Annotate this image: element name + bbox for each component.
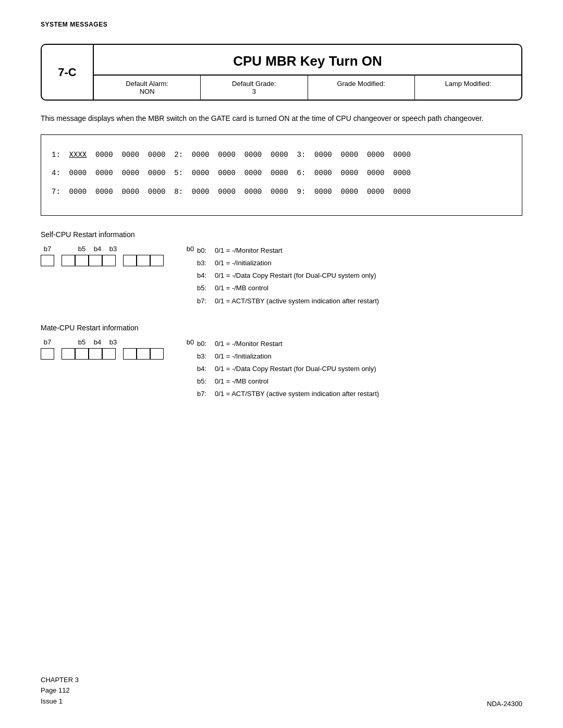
data-row-1-text: 1: XXXX 0000 0000 0000 2: 0000 0000 0000…: [52, 147, 411, 163]
message-id: 7-C: [42, 45, 94, 100]
mate-desc-b4-key: b4:: [197, 363, 215, 375]
self-desc-b3-key: b3:: [197, 257, 215, 269]
self-desc-b7-key: b7:: [197, 295, 215, 307]
mate-bit-b4-box: [89, 348, 102, 360]
self-desc-b3-val: 0/1 = -/Initialization: [215, 257, 522, 269]
mate-desc-b5-val: 0/1 = -/MB control: [215, 376, 522, 387]
data-row-2-text: 4: 0000 0000 0000 0000 5: 0000 0000 0000…: [52, 166, 411, 181]
mate-desc-b5: b5: 0/1 = -/MB control: [197, 376, 522, 387]
self-desc-b5-key: b5:: [197, 282, 215, 294]
self-b0-label: b0: [183, 245, 197, 253]
mate-desc-b0-key: b0:: [197, 338, 215, 350]
mate-desc-b7: b7: 0/1 = ACT/STBY (active system indica…: [197, 388, 522, 400]
mate-cpu-section: Mate-CPU Restart information b7 b5 b4 b3…: [41, 324, 522, 401]
self-desc-b0-key: b0:: [197, 245, 215, 256]
message-title: CPU MBR Key Turn ON: [94, 45, 521, 76]
field-lamp-modified-label: Lamp Modified:: [417, 80, 519, 88]
footer-chapter: CHAPTER 3: [41, 675, 79, 686]
self-bit-b6-box: [62, 255, 75, 266]
self-cpu-bit-boxes: [41, 255, 197, 266]
footer-doc: NDA-24300: [487, 700, 522, 707]
self-b5-label: b5: [75, 245, 89, 253]
data-box: 1: XXXX 0000 0000 0000 2: 0000 0000 0000…: [41, 134, 522, 216]
self-desc-b7-val: 0/1 = ACT/STBY (active system indication…: [215, 295, 522, 307]
mate-bit-b0-box: [150, 348, 164, 360]
footer-left: CHAPTER 3 Page 112 Issue 1: [41, 675, 79, 707]
data-row-3-text: 7: 0000 0000 0000 0000 8: 0000 0000 0000…: [52, 184, 411, 200]
data-row-2: 4: 0000 0000 0000 0000 5: 0000 0000 0000…: [52, 166, 511, 181]
self-b3-label: b3: [106, 245, 120, 253]
self-bit-b7-box: [41, 255, 54, 266]
page-footer: CHAPTER 3 Page 112 Issue 1 NDA-24300: [41, 675, 522, 707]
field-grade-modified: Grade Modified:: [308, 76, 415, 100]
mate-desc-b0: b0: 0/1 = -/Monitor Restart: [197, 338, 522, 350]
self-b7-label: b7: [41, 245, 54, 253]
self-desc-b3: b3: 0/1 = -/Initialization: [197, 257, 522, 269]
self-desc-b4: b4: 0/1 = -/Data Copy Restart (for Dual-…: [197, 270, 522, 281]
mate-cpu-diagram: Mate-CPU Restart information b7 b5 b4 b3…: [41, 324, 197, 360]
mate-desc-b5-key: b5:: [197, 376, 215, 387]
mate-cpu-bit-boxes: [41, 348, 197, 360]
self-desc-b4-key: b4:: [197, 270, 215, 281]
self-desc-b7: b7: 0/1 = ACT/STBY (active system indica…: [197, 295, 522, 307]
mate-cpu-title: Mate-CPU Restart information: [41, 324, 197, 332]
self-bit-b4-box: [89, 255, 102, 266]
mate-desc-b4: b4: 0/1 = -/Data Copy Restart (for Dual-…: [197, 363, 522, 375]
message-card: 7-C CPU MBR Key Turn ON Default Alarm: N…: [41, 44, 522, 101]
mate-b5-label: b5: [75, 338, 89, 346]
field-default-alarm-value: NON: [96, 88, 198, 95]
mate-b3-label: b3: [106, 338, 120, 346]
page-header: SYSTEM MESSAGES: [41, 21, 522, 28]
self-bit-b2-box: [123, 255, 137, 266]
self-cpu-descriptions: b0: 0/1 = -/Monitor Restart b3: 0/1 = -/…: [197, 230, 522, 307]
self-b4-label: b4: [91, 245, 104, 253]
self-desc-b0-val: 0/1 = -/Monitor Restart: [215, 245, 522, 256]
mate-bit-b1-box: [137, 348, 150, 360]
self-bit-b5-box: [75, 255, 89, 266]
mate-desc-b3: b3: 0/1 = -/Initialization: [197, 351, 522, 362]
mate-desc-b3-key: b3:: [197, 351, 215, 362]
mate-bit-b3-box: [102, 348, 116, 360]
mate-desc-b0-val: 0/1 = -/Monitor Restart: [215, 338, 522, 350]
mate-desc-b7-key: b7:: [197, 388, 215, 400]
mate-cpu-descriptions: b0: 0/1 = -/Monitor Restart b3: 0/1 = -/…: [197, 324, 522, 401]
mate-desc-b7-val: 0/1 = ACT/STBY (active system indication…: [215, 388, 522, 400]
mate-b7-label: b7: [41, 338, 54, 346]
field-default-alarm-label: Default Alarm:: [96, 80, 198, 88]
self-desc-b5-val: 0/1 = -/MB control: [215, 282, 522, 294]
footer-issue: Issue 1: [41, 696, 79, 707]
self-cpu-diagram: Self-CPU Restart information b7 b5 b4 b3…: [41, 230, 197, 266]
mate-desc-b4-val: 0/1 = -/Data Copy Restart (for Dual-CPU …: [215, 363, 522, 375]
self-bit-b1-box: [137, 255, 150, 266]
mate-bit-b6-box: [62, 348, 75, 360]
mate-b4-label: b4: [91, 338, 104, 346]
self-desc-b5: b5: 0/1 = -/MB control: [197, 282, 522, 294]
field-default-alarm: Default Alarm: NON: [94, 76, 201, 100]
field-lamp-modified: Lamp Modified:: [415, 76, 521, 100]
field-grade-modified-label: Grade Modified:: [310, 80, 412, 88]
mate-bit-b7-box: [41, 348, 54, 360]
field-default-grade: Default Grade: 3: [201, 76, 308, 100]
message-card-content: CPU MBR Key Turn ON Default Alarm: NON D…: [94, 45, 521, 100]
self-desc-b0: b0: 0/1 = -/Monitor Restart: [197, 245, 522, 256]
mate-bit-b2-box: [123, 348, 137, 360]
description-text: This message displays when the MBR switc…: [41, 113, 522, 124]
self-bit-b3-box: [102, 255, 116, 266]
mate-bit-b5-box: [75, 348, 89, 360]
message-fields: Default Alarm: NON Default Grade: 3 Grad…: [94, 76, 521, 100]
self-cpu-section: Self-CPU Restart information b7 b5 b4 b3…: [41, 230, 522, 307]
self-bit-b0-box: [150, 255, 164, 266]
field-default-grade-value: 3: [203, 88, 305, 95]
mate-desc-b3-val: 0/1 = -/Initialization: [215, 351, 522, 362]
data-row-3: 7: 0000 0000 0000 0000 8: 0000 0000 0000…: [52, 184, 511, 200]
field-default-grade-label: Default Grade:: [203, 80, 305, 88]
footer-page: Page 112: [41, 685, 79, 696]
self-desc-b4-val: 0/1 = -/Data Copy Restart (for Dual-CPU …: [215, 270, 522, 281]
self-cpu-title: Self-CPU Restart information: [41, 230, 197, 239]
data-row-1: 1: XXXX 0000 0000 0000 2: 0000 0000 0000…: [52, 147, 511, 163]
mate-b0-label: b0: [183, 338, 197, 346]
